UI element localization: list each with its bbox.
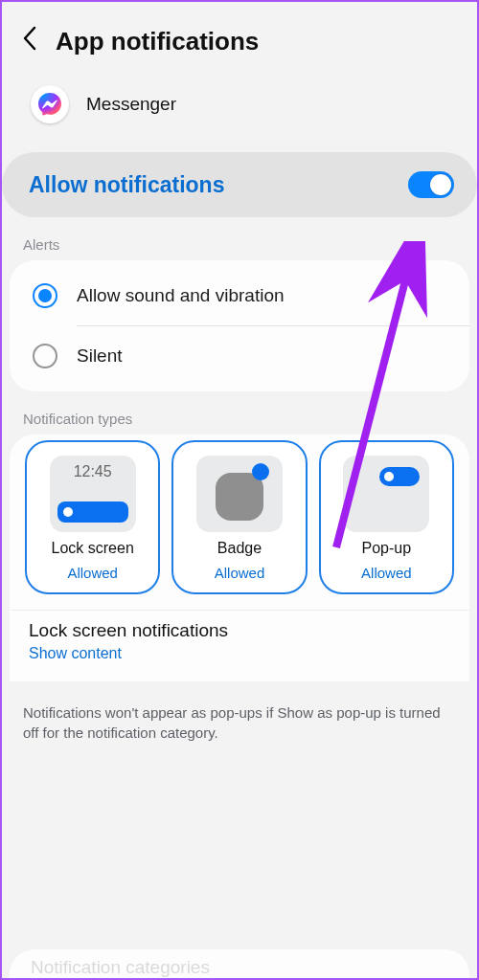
radio-silent[interactable] (33, 344, 57, 368)
allow-notifications-toggle[interactable] (408, 171, 454, 198)
lockscreen-notifications-row[interactable]: Lock screen notifications Show content (10, 610, 469, 681)
lockscreen-notifications-subtitle: Show content (29, 645, 450, 662)
app-name: Messenger (86, 94, 176, 115)
alert-option-sound[interactable]: Allow sound and vibration (10, 266, 469, 325)
type-status-popup: Allowed (361, 565, 412, 581)
popup-pill-icon (379, 467, 420, 486)
type-name-badge: Badge (217, 540, 262, 557)
toggle-knob (430, 174, 451, 195)
allow-notifications-label: Allow notifications (29, 172, 224, 198)
badge-dot-icon (252, 463, 269, 480)
bottom-partial-card: Notification categories (10, 949, 469, 978)
type-name-popup: Pop-up (362, 540, 412, 557)
alert-silent-label: Silent (77, 345, 123, 367)
page-title: App notifications (56, 27, 259, 56)
notification-types-row: 12:45 Lock screen Allowed Badge Allowed … (10, 434, 469, 610)
type-card-popup[interactable]: Pop-up Allowed (319, 440, 454, 594)
type-card-lockscreen[interactable]: 12:45 Lock screen Allowed (25, 440, 160, 594)
hint-text: Notifications won't appear as pop-ups if… (2, 681, 477, 764)
badge-thumb (196, 456, 283, 532)
lockscreen-thumb: 12:45 (50, 456, 136, 532)
lockscreen-time: 12:45 (50, 463, 136, 480)
messenger-icon (31, 85, 69, 123)
radio-sound[interactable] (33, 283, 57, 308)
badge-shape-icon (216, 473, 263, 521)
type-card-badge[interactable]: Badge Allowed (171, 440, 307, 594)
lockscreen-notifications-title: Lock screen notifications (29, 620, 450, 641)
popup-thumb (343, 456, 429, 532)
types-section-label: Notification types (2, 391, 477, 434)
type-name-lockscreen: Lock screen (52, 540, 134, 557)
app-row: Messenger (2, 74, 477, 146)
bottom-partial-text: Notification categories (31, 957, 448, 978)
type-status-badge: Allowed (215, 565, 265, 581)
alert-sound-label: Allow sound and vibration (77, 285, 285, 306)
type-status-lockscreen: Allowed (67, 565, 118, 581)
alert-option-silent[interactable]: Silent (10, 326, 469, 386)
alerts-section-label: Alerts (2, 217, 477, 260)
lockscreen-bar-icon (57, 501, 128, 523)
alerts-card: Allow sound and vibration Silent (10, 260, 469, 391)
back-icon[interactable] (21, 25, 38, 58)
allow-notifications-row[interactable]: Allow notifications (2, 152, 477, 217)
